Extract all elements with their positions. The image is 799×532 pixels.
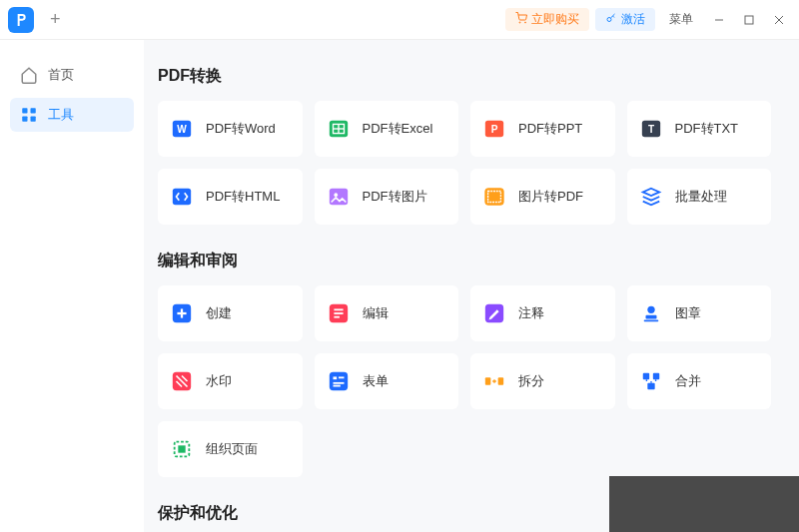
tool-pdf-to-txt[interactable]: T PDF转TXT [627, 101, 772, 157]
tool-label: PDF转PPT [518, 120, 582, 138]
tool-label: 表单 [363, 372, 389, 390]
tool-label: PDF转Word [206, 120, 276, 138]
txt-icon: T [639, 117, 663, 141]
tool-label: 组织页面 [206, 440, 258, 458]
tool-pdf-to-excel[interactable]: PDF转Excel [315, 101, 459, 157]
svg-rect-47 [647, 383, 654, 389]
tool-split[interactable]: 拆分 [470, 353, 615, 409]
tool-image-to-pdf[interactable]: 图片转PDF [470, 169, 615, 225]
svg-rect-8 [31, 108, 36, 113]
titlebar: + 立即购买 激活 菜单 [0, 0, 799, 40]
svg-text:W: W [177, 124, 187, 135]
merge-icon [639, 369, 663, 393]
svg-point-0 [519, 22, 520, 23]
section-title-pdf-convert: PDF转换 [158, 66, 771, 87]
sidebar-item-label: 首页 [48, 66, 74, 84]
tool-form[interactable]: 表单 [315, 353, 459, 409]
watermark-icon [170, 369, 194, 393]
word-icon: W [170, 117, 194, 141]
tool-label: 创建 [206, 304, 232, 322]
sidebar-item-tools[interactable]: 工具 [10, 98, 134, 132]
maximize-button[interactable] [737, 8, 761, 32]
tool-label: 拆分 [518, 372, 544, 390]
svg-rect-36 [643, 319, 658, 321]
tool-organize-pages[interactable]: 组织页面 [158, 421, 303, 477]
buy-now-button[interactable]: 立即购买 [505, 8, 589, 31]
svg-rect-45 [642, 373, 648, 379]
section-title-edit-review: 编辑和审阅 [158, 251, 771, 271]
svg-text:P: P [491, 124, 498, 135]
excel-icon [327, 117, 351, 141]
tool-label: PDF转TXT [675, 120, 739, 138]
svg-rect-35 [645, 315, 656, 319]
minimize-button[interactable] [707, 8, 731, 32]
titlebar-right: 立即购买 激活 菜单 [505, 8, 791, 32]
new-tab-button[interactable]: + [44, 9, 67, 30]
tool-label: PDF转图片 [363, 188, 427, 206]
tool-annotate[interactable]: 注释 [470, 285, 615, 341]
tool-label: 批量处理 [675, 188, 727, 206]
tool-pdf-to-word[interactable]: W PDF转Word [158, 101, 303, 157]
tool-label: 编辑 [363, 304, 389, 322]
tool-merge[interactable]: 合并 [627, 353, 772, 409]
svg-rect-44 [498, 377, 504, 384]
activate-label: 激活 [621, 11, 645, 28]
main-content: PDF转换 W PDF转Word PDF转Excel P PDF转PPT T P… [144, 40, 799, 532]
batch-icon [639, 185, 663, 209]
tool-label: 合并 [675, 372, 701, 390]
tool-label: 图片转PDF [518, 188, 583, 206]
tool-stamp[interactable]: 图章 [627, 285, 772, 341]
edit-icon [327, 301, 351, 325]
key-icon [605, 12, 617, 27]
grid-icon [20, 106, 38, 124]
tool-batch[interactable]: 批量处理 [627, 169, 772, 225]
split-icon [482, 369, 506, 393]
tool-label: 水印 [206, 372, 232, 390]
edit-review-grid: 创建 编辑 注释 图章 水印 [158, 285, 771, 477]
tool-edit[interactable]: 编辑 [315, 285, 459, 341]
titlebar-left: + [8, 7, 67, 33]
svg-rect-10 [31, 117, 36, 122]
create-icon [170, 301, 194, 325]
tool-pdf-to-ppt[interactable]: P PDF转PPT [470, 101, 615, 157]
menu-button[interactable]: 菜单 [661, 11, 701, 28]
image-to-pdf-icon [482, 185, 506, 209]
sidebar-item-home[interactable]: 首页 [10, 58, 134, 92]
svg-rect-46 [652, 373, 658, 379]
tool-pdf-to-image[interactable]: PDF转图片 [315, 169, 459, 225]
tool-watermark[interactable]: 水印 [158, 353, 303, 409]
app-window: + 立即购买 激活 菜单 首页 工具 [0, 0, 799, 532]
sidebar-item-label: 工具 [48, 106, 74, 124]
svg-text:T: T [647, 124, 654, 135]
svg-rect-39 [333, 376, 337, 379]
organize-icon [170, 437, 194, 461]
pdf-convert-grid: W PDF转Word PDF转Excel P PDF转PPT T PDF转TXT [158, 101, 771, 225]
tool-label: 图章 [675, 304, 701, 322]
home-icon [20, 66, 38, 84]
tool-pdf-to-html[interactable]: PDF转HTML [158, 169, 303, 225]
activate-button[interactable]: 激活 [595, 8, 655, 31]
cart-icon [515, 12, 527, 27]
svg-rect-38 [329, 372, 347, 390]
sidebar: 首页 工具 [0, 40, 144, 532]
image-icon [327, 185, 351, 209]
svg-rect-43 [485, 377, 491, 384]
svg-point-23 [334, 193, 338, 197]
svg-rect-4 [745, 16, 753, 24]
buy-now-label: 立即购买 [531, 11, 579, 28]
close-button[interactable] [767, 8, 791, 32]
tool-label: PDF转Excel [363, 120, 433, 138]
ppt-icon: P [482, 117, 506, 141]
body: 首页 工具 PDF转换 W PDF转Word PDF转Excel P [0, 40, 799, 532]
svg-rect-9 [22, 117, 27, 122]
html-icon [170, 185, 194, 209]
stamp-icon [639, 301, 663, 325]
svg-rect-49 [178, 445, 185, 452]
svg-rect-7 [22, 108, 27, 113]
annotate-icon [482, 301, 506, 325]
app-logo-icon[interactable] [8, 7, 34, 33]
svg-rect-22 [329, 189, 347, 206]
tool-create[interactable]: 创建 [158, 285, 303, 341]
svg-point-1 [525, 22, 526, 23]
tool-label: PDF转HTML [206, 188, 280, 206]
